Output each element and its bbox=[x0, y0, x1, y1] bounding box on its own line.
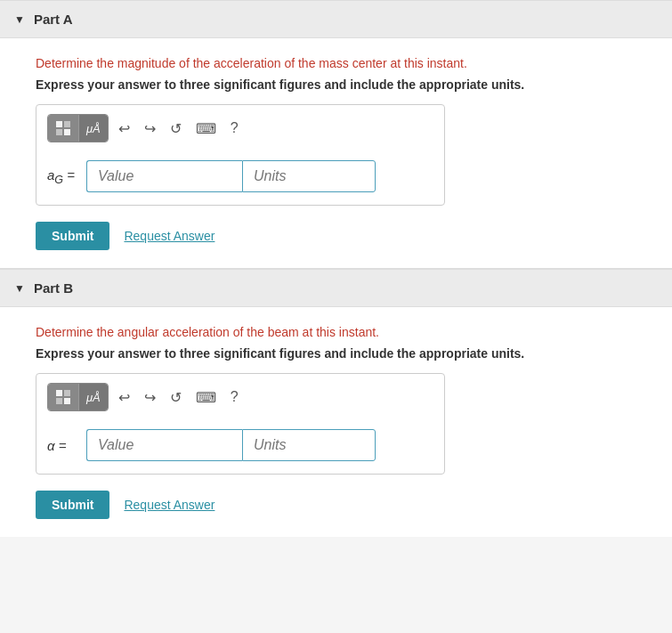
part-b-body: Determine the angular acceleration of th… bbox=[0, 307, 672, 537]
part-a-variable-label: aG = bbox=[47, 167, 79, 186]
part-a-grid-btn[interactable] bbox=[48, 115, 78, 142]
part-a-section: ▼ Part A Determine the magnitude of the … bbox=[0, 0, 672, 268]
svg-rect-6 bbox=[56, 398, 62, 404]
part-a-value-input[interactable] bbox=[86, 160, 242, 192]
part-b-value-input[interactable] bbox=[86, 429, 242, 461]
svg-rect-0 bbox=[56, 121, 62, 127]
part-b-title: Part B bbox=[34, 280, 73, 296]
svg-rect-1 bbox=[64, 121, 70, 127]
part-a-submit-button[interactable]: Submit bbox=[36, 222, 109, 250]
part-a-units-input[interactable] bbox=[242, 160, 376, 192]
part-b-answer-box: μÅ ↩ ↪ ↺ ⌨ ? α = bbox=[36, 373, 445, 475]
part-a-answer-box: μÅ ↩ ↪ ↺ ⌨ ? aG = bbox=[36, 104, 445, 206]
part-a-input-row: aG = bbox=[47, 160, 433, 192]
part-a-format-group[interactable]: μÅ bbox=[47, 114, 109, 142]
part-b-input-row: α = bbox=[47, 429, 433, 461]
part-a-express-note: Express your answer to three significant… bbox=[36, 77, 636, 92]
part-a-redo-btn[interactable]: ↪ bbox=[140, 117, 160, 141]
part-b-variable-label: α = bbox=[47, 438, 79, 453]
part-b-units-input[interactable] bbox=[242, 429, 376, 461]
part-b-keyboard-btn[interactable]: ⌨ bbox=[191, 385, 221, 410]
part-b-grid-btn[interactable] bbox=[48, 384, 78, 410]
part-a-undo-btn[interactable]: ↩ bbox=[114, 117, 134, 141]
part-b-submit-button[interactable]: Submit bbox=[36, 491, 109, 519]
part-b-help-btn[interactable]: ? bbox=[226, 385, 243, 409]
part-b-toolbar: μÅ ↩ ↪ ↺ ⌨ ? bbox=[47, 383, 433, 418]
part-b-header[interactable]: ▼ Part B bbox=[0, 269, 672, 307]
part-b-format-group[interactable]: μÅ bbox=[47, 383, 109, 411]
svg-rect-4 bbox=[56, 390, 62, 396]
part-a-toolbar: μÅ ↩ ↪ ↺ ⌨ ? bbox=[47, 114, 433, 150]
part-b-request-answer-button[interactable]: Request Answer bbox=[124, 498, 215, 512]
part-a-title: Part A bbox=[34, 12, 73, 27]
part-b-undo-btn[interactable]: ↩ bbox=[114, 385, 134, 410]
part-a-chevron: ▼ bbox=[14, 13, 25, 26]
part-b-reload-btn[interactable]: ↺ bbox=[166, 385, 186, 410]
svg-rect-7 bbox=[64, 398, 70, 404]
part-b-redo-btn[interactable]: ↪ bbox=[140, 385, 160, 410]
svg-rect-2 bbox=[56, 129, 62, 135]
part-a-request-answer-button[interactable]: Request Answer bbox=[124, 229, 215, 243]
part-a-header[interactable]: ▼ Part A bbox=[0, 0, 672, 38]
part-b-action-row: Submit Request Answer bbox=[36, 491, 636, 519]
part-a-body: Determine the magnitude of the accelerat… bbox=[0, 38, 672, 268]
part-a-action-row: Submit Request Answer bbox=[36, 222, 636, 250]
svg-rect-5 bbox=[64, 390, 70, 396]
part-a-keyboard-btn[interactable]: ⌨ bbox=[191, 117, 221, 141]
part-a-mu-btn[interactable]: μÅ bbox=[78, 115, 108, 142]
part-a-reload-btn[interactable]: ↺ bbox=[166, 117, 186, 141]
part-a-statement: Determine the magnitude of the accelerat… bbox=[36, 56, 636, 70]
part-b-statement: Determine the angular acceleration of th… bbox=[36, 325, 636, 339]
part-b-section: ▼ Part B Determine the angular accelerat… bbox=[0, 269, 672, 537]
part-b-chevron: ▼ bbox=[14, 282, 25, 295]
svg-rect-3 bbox=[64, 129, 70, 135]
part-b-mu-btn[interactable]: μÅ bbox=[78, 384, 108, 410]
part-a-help-btn[interactable]: ? bbox=[226, 117, 243, 140]
part-b-express-note: Express your answer to three significant… bbox=[36, 346, 636, 361]
